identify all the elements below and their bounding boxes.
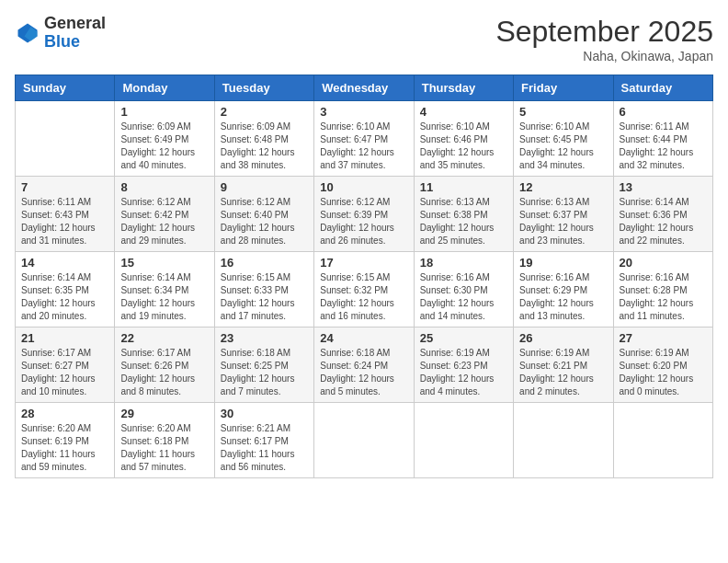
weekday-header: Saturday xyxy=(613,75,712,101)
day-number: 26 xyxy=(519,331,607,345)
day-number: 6 xyxy=(620,105,707,119)
day-number: 13 xyxy=(620,180,707,194)
day-info: Sunrise: 6:14 AMSunset: 6:34 PMDaylight:… xyxy=(120,271,208,323)
calendar-cell xyxy=(613,403,712,478)
day-info: Sunrise: 6:18 AMSunset: 6:25 PMDaylight:… xyxy=(221,347,308,398)
calendar-cell: 8Sunrise: 6:12 AMSunset: 6:42 PMDaylight… xyxy=(115,177,214,252)
day-number: 2 xyxy=(221,105,308,119)
day-number: 28 xyxy=(21,407,108,420)
day-info: Sunrise: 6:13 AMSunset: 6:37 PMDaylight:… xyxy=(519,196,607,247)
day-info: Sunrise: 6:16 AMSunset: 6:28 PMDaylight:… xyxy=(620,271,707,323)
calendar-week-row: 28Sunrise: 6:20 AMSunset: 6:19 PMDayligh… xyxy=(16,403,713,478)
calendar-cell: 25Sunrise: 6:19 AMSunset: 6:23 PMDayligh… xyxy=(414,327,513,403)
calendar-cell: 17Sunrise: 6:15 AMSunset: 6:32 PMDayligh… xyxy=(314,252,414,327)
logo-icon xyxy=(15,20,40,46)
day-number: 23 xyxy=(221,331,308,345)
calendar-cell xyxy=(414,403,513,478)
calendar-cell: 24Sunrise: 6:18 AMSunset: 6:24 PMDayligh… xyxy=(314,327,414,403)
calendar-cell: 30Sunrise: 6:21 AMSunset: 6:17 PMDayligh… xyxy=(214,403,313,478)
calendar-cell: 10Sunrise: 6:12 AMSunset: 6:39 PMDayligh… xyxy=(314,177,414,252)
calendar-cell: 1Sunrise: 6:09 AMSunset: 6:49 PMDaylight… xyxy=(115,101,214,177)
day-info: Sunrise: 6:15 AMSunset: 6:32 PMDaylight:… xyxy=(320,271,407,323)
calendar-header-row: SundayMondayTuesdayWednesdayThursdayFrid… xyxy=(16,75,713,101)
day-number: 24 xyxy=(320,331,407,345)
day-info: Sunrise: 6:17 AMSunset: 6:27 PMDaylight:… xyxy=(21,347,108,398)
day-info: Sunrise: 6:12 AMSunset: 6:39 PMDaylight:… xyxy=(320,196,407,247)
weekday-header: Sunday xyxy=(16,75,115,101)
logo-general-text: General xyxy=(44,14,106,32)
calendar-cell: 11Sunrise: 6:13 AMSunset: 6:38 PMDayligh… xyxy=(414,177,513,252)
calendar-week-row: 1Sunrise: 6:09 AMSunset: 6:49 PMDaylight… xyxy=(16,101,713,177)
calendar-cell: 14Sunrise: 6:14 AMSunset: 6:35 PMDayligh… xyxy=(16,252,115,327)
day-info: Sunrise: 6:19 AMSunset: 6:23 PMDaylight:… xyxy=(420,347,507,398)
calendar-week-row: 7Sunrise: 6:11 AMSunset: 6:43 PMDaylight… xyxy=(16,177,713,252)
day-info: Sunrise: 6:18 AMSunset: 6:24 PMDaylight:… xyxy=(320,347,407,398)
day-info: Sunrise: 6:17 AMSunset: 6:26 PMDaylight:… xyxy=(120,347,208,398)
day-info: Sunrise: 6:09 AMSunset: 6:49 PMDaylight:… xyxy=(120,121,208,172)
day-info: Sunrise: 6:16 AMSunset: 6:30 PMDaylight:… xyxy=(420,271,507,323)
calendar-cell: 27Sunrise: 6:19 AMSunset: 6:20 PMDayligh… xyxy=(613,327,712,403)
day-number: 9 xyxy=(221,180,308,194)
calendar-cell: 15Sunrise: 6:14 AMSunset: 6:34 PMDayligh… xyxy=(115,252,214,327)
calendar-cell xyxy=(314,403,414,478)
calendar-cell: 19Sunrise: 6:16 AMSunset: 6:29 PMDayligh… xyxy=(514,252,613,327)
logo-blue-text: Blue xyxy=(44,32,80,51)
day-number: 25 xyxy=(420,331,507,345)
day-info: Sunrise: 6:13 AMSunset: 6:38 PMDaylight:… xyxy=(420,196,507,247)
weekday-header: Tuesday xyxy=(214,75,313,101)
day-number: 18 xyxy=(420,256,507,270)
calendar-cell xyxy=(16,101,115,177)
day-number: 15 xyxy=(120,256,208,270)
day-info: Sunrise: 6:14 AMSunset: 6:36 PMDaylight:… xyxy=(620,196,707,247)
calendar-cell: 7Sunrise: 6:11 AMSunset: 6:43 PMDaylight… xyxy=(16,177,115,252)
calendar-table: SundayMondayTuesdayWednesdayThursdayFrid… xyxy=(15,75,713,478)
day-number: 10 xyxy=(320,180,407,194)
day-number: 22 xyxy=(120,331,208,345)
day-number: 29 xyxy=(120,407,208,420)
calendar-cell: 2Sunrise: 6:09 AMSunset: 6:48 PMDaylight… xyxy=(214,101,313,177)
calendar-cell: 16Sunrise: 6:15 AMSunset: 6:33 PMDayligh… xyxy=(214,252,313,327)
day-info: Sunrise: 6:11 AMSunset: 6:43 PMDaylight:… xyxy=(21,196,108,247)
day-info: Sunrise: 6:20 AMSunset: 6:18 PMDaylight:… xyxy=(120,422,208,474)
day-number: 12 xyxy=(519,180,607,194)
day-number: 1 xyxy=(120,105,208,119)
calendar-cell: 18Sunrise: 6:16 AMSunset: 6:30 PMDayligh… xyxy=(414,252,513,327)
day-number: 30 xyxy=(221,407,308,420)
location: Naha, Okinawa, Japan xyxy=(495,49,713,63)
day-info: Sunrise: 6:19 AMSunset: 6:20 PMDaylight:… xyxy=(620,347,707,398)
logo-text: General Blue xyxy=(44,15,106,52)
calendar-cell: 3Sunrise: 6:10 AMSunset: 6:47 PMDaylight… xyxy=(314,101,414,177)
calendar-cell: 5Sunrise: 6:10 AMSunset: 6:45 PMDaylight… xyxy=(514,101,613,177)
day-number: 7 xyxy=(21,180,108,194)
day-info: Sunrise: 6:10 AMSunset: 6:46 PMDaylight:… xyxy=(420,121,507,172)
day-number: 11 xyxy=(420,180,507,194)
day-info: Sunrise: 6:20 AMSunset: 6:19 PMDaylight:… xyxy=(21,422,108,474)
calendar-cell: 9Sunrise: 6:12 AMSunset: 6:40 PMDaylight… xyxy=(214,177,313,252)
calendar-cell: 22Sunrise: 6:17 AMSunset: 6:26 PMDayligh… xyxy=(115,327,214,403)
day-info: Sunrise: 6:15 AMSunset: 6:33 PMDaylight:… xyxy=(221,271,308,323)
calendar-cell: 21Sunrise: 6:17 AMSunset: 6:27 PMDayligh… xyxy=(16,327,115,403)
calendar-cell: 20Sunrise: 6:16 AMSunset: 6:28 PMDayligh… xyxy=(613,252,712,327)
weekday-header: Monday xyxy=(115,75,214,101)
calendar-cell xyxy=(514,403,613,478)
logo: General Blue xyxy=(15,15,106,52)
day-number: 16 xyxy=(221,256,308,270)
day-info: Sunrise: 6:12 AMSunset: 6:40 PMDaylight:… xyxy=(221,196,308,247)
month-title: September 2025 xyxy=(495,15,713,49)
day-number: 14 xyxy=(21,256,108,270)
calendar-cell: 23Sunrise: 6:18 AMSunset: 6:25 PMDayligh… xyxy=(214,327,313,403)
day-number: 8 xyxy=(120,180,208,194)
calendar-week-row: 14Sunrise: 6:14 AMSunset: 6:35 PMDayligh… xyxy=(16,252,713,327)
weekday-header: Thursday xyxy=(414,75,513,101)
day-info: Sunrise: 6:10 AMSunset: 6:47 PMDaylight:… xyxy=(320,121,407,172)
day-number: 20 xyxy=(620,256,707,270)
day-number: 4 xyxy=(420,105,507,119)
calendar-cell: 13Sunrise: 6:14 AMSunset: 6:36 PMDayligh… xyxy=(613,177,712,252)
day-info: Sunrise: 6:12 AMSunset: 6:42 PMDaylight:… xyxy=(120,196,208,247)
day-info: Sunrise: 6:14 AMSunset: 6:35 PMDaylight:… xyxy=(21,271,108,323)
day-info: Sunrise: 6:11 AMSunset: 6:44 PMDaylight:… xyxy=(620,121,707,172)
calendar-cell: 12Sunrise: 6:13 AMSunset: 6:37 PMDayligh… xyxy=(514,177,613,252)
day-number: 21 xyxy=(21,331,108,345)
day-info: Sunrise: 6:10 AMSunset: 6:45 PMDaylight:… xyxy=(519,121,607,172)
day-info: Sunrise: 6:19 AMSunset: 6:21 PMDaylight:… xyxy=(519,347,607,398)
